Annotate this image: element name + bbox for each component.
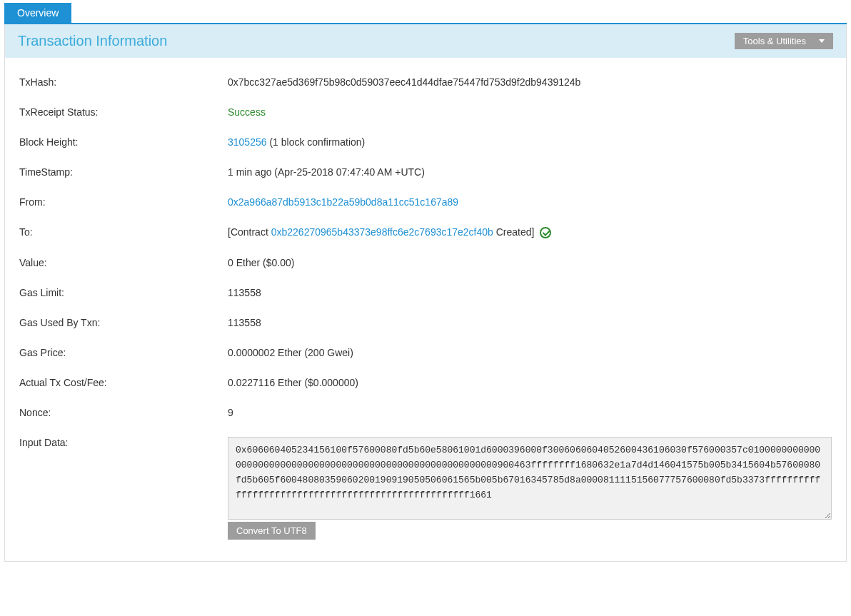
panel-title: Transaction Information [18, 33, 167, 49]
value-gasprice: 0.0000002 Ether (200 Gwei) [228, 347, 832, 358]
convert-utf8-button[interactable]: Convert To UTF8 [228, 522, 316, 540]
label-cost: Actual Tx Cost/Fee: [19, 377, 228, 388]
row-nonce: Nonce: 9 [19, 407, 832, 418]
label-gaslimit: Gas Limit: [19, 287, 228, 298]
row-gasprice: Gas Price: 0.0000002 Ether (200 Gwei) [19, 347, 832, 358]
value-gasused: 113558 [228, 317, 832, 328]
row-status: TxReceipt Status: Success [19, 106, 832, 118]
value-gaslimit: 113558 [228, 287, 832, 298]
row-to: To: [Contract 0xb226270965b43373e98ffc6e… [19, 226, 832, 238]
tab-bar: Overview [4, 3, 847, 24]
panel-header: Transaction Information Tools & Utilitie… [5, 24, 846, 58]
row-gaslimit: Gas Limit: 113558 [19, 287, 832, 298]
value-to: [Contract 0xb226270965b43373e98ffc6e2c76… [228, 226, 832, 238]
label-nonce: Nonce: [19, 407, 228, 418]
value-status: Success [228, 106, 832, 118]
row-timestamp: TimeStamp: 1 min ago (Apr-25-2018 07:47:… [19, 166, 832, 178]
value-cost: 0.0227116 Ether ($0.000000) [228, 377, 832, 388]
row-block: Block Height: 3105256 (1 block confirmat… [19, 136, 832, 148]
transaction-panel: Transaction Information Tools & Utilitie… [4, 24, 847, 562]
label-block: Block Height: [19, 136, 228, 148]
row-input: Input Data: Convert To UTF8 [19, 437, 832, 540]
value-timestamp: 1 min ago (Apr-25-2018 07:47:40 AM +UTC) [228, 166, 832, 178]
row-from: From: 0x2a966a87db5913c1b22a59b0d8a11cc5… [19, 196, 832, 208]
from-address-link[interactable]: 0x2a966a87db5913c1b22a59b0d8a11cc51c167a… [228, 196, 458, 208]
tools-label: Tools & Utilities [743, 36, 806, 46]
value-value: 0 Ether ($0.00) [228, 257, 832, 268]
panel-body: TxHash: 0x7bcc327ae5d369f75b98c0d59037ee… [5, 58, 846, 561]
value-from: 0x2a966a87db5913c1b22a59b0d8a11cc51c167a… [228, 196, 832, 208]
value-txhash: 0x7bcc327ae5d369f75b98c0d59037eec41d44df… [228, 76, 832, 88]
to-suffix: Created] [493, 226, 537, 238]
label-txhash: TxHash: [19, 76, 228, 88]
to-address-link[interactable]: 0xb226270965b43373e98ffc6e2c7693c17e2cf4… [271, 226, 493, 238]
value-nonce: 9 [228, 407, 832, 418]
input-data-textarea[interactable] [228, 437, 832, 520]
row-txhash: TxHash: 0x7bcc327ae5d369f75b98c0d59037ee… [19, 76, 832, 88]
label-status: TxReceipt Status: [19, 106, 228, 118]
row-gasused: Gas Used By Txn: 113558 [19, 317, 832, 328]
label-value: Value: [19, 257, 228, 268]
row-value: Value: 0 Ether ($0.00) [19, 257, 832, 268]
label-gasused: Gas Used By Txn: [19, 317, 228, 328]
check-circle-icon [540, 227, 551, 238]
label-from: From: [19, 196, 228, 208]
block-confirmations: (1 block confirmation) [267, 136, 366, 148]
label-gasprice: Gas Price: [19, 347, 228, 358]
tab-overview[interactable]: Overview [4, 3, 71, 23]
tools-utilities-dropdown[interactable]: Tools & Utilities [735, 33, 833, 49]
block-height-link[interactable]: 3105256 [228, 136, 267, 148]
label-timestamp: TimeStamp: [19, 166, 228, 178]
value-block: 3105256 (1 block confirmation) [228, 136, 832, 148]
label-input: Input Data: [19, 437, 228, 448]
label-to: To: [19, 226, 228, 238]
row-cost: Actual Tx Cost/Fee: 0.0227116 Ether ($0.… [19, 377, 832, 388]
caret-down-icon [819, 39, 825, 43]
to-prefix: [Contract [228, 226, 271, 238]
value-input-wrap: Convert To UTF8 [228, 437, 832, 540]
